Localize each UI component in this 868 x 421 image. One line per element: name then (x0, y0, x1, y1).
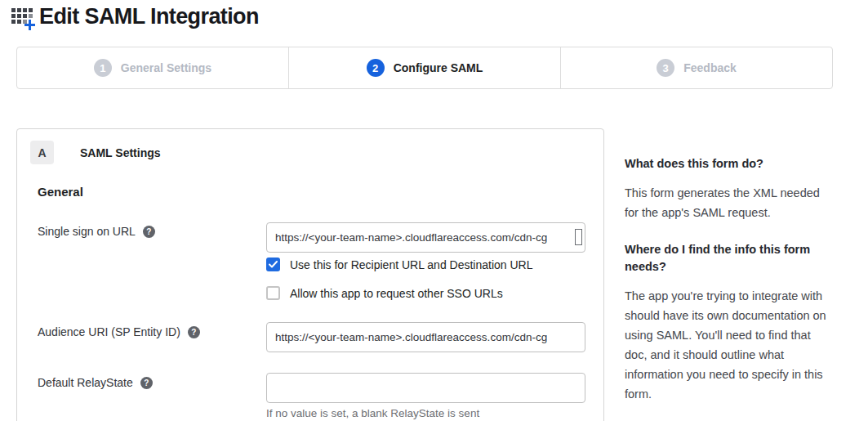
other-sso-checkbox-row[interactable]: Allow this app to request other SSO URLs (266, 286, 503, 300)
help-icon[interactable]: ? (143, 226, 155, 238)
wizard-step-general-settings[interactable]: 1 General Settings (17, 47, 288, 88)
audience-uri-input[interactable] (266, 322, 585, 352)
step-wizard: 1 General Settings 2 Configure SAML 3 Fe… (16, 47, 833, 89)
sso-url-input[interactable] (266, 222, 585, 253)
step-label: Feedback (683, 61, 737, 74)
wizard-step-configure-saml[interactable]: 2 Configure SAML (288, 47, 560, 88)
relay-state-label: Default RelayState ? (38, 376, 153, 389)
step-label: Configure SAML (394, 61, 483, 74)
step-number-badge: 1 (94, 59, 112, 77)
relay-state-hint: If no value is set, a blank RelayState i… (266, 407, 479, 419)
saml-settings-panel: A SAML Settings General Single sign on U… (16, 128, 604, 421)
sso-url-input-wrap (266, 222, 585, 253)
help-sidebar: What does this form do? This form genera… (625, 155, 830, 421)
sso-url-label: Single sign on URL ? (38, 225, 155, 238)
page-title: Edit SAML Integration (39, 4, 259, 29)
sidebar-paragraph: The app you're trying to integrate with … (625, 286, 830, 404)
recipient-url-checkbox-row[interactable]: Use this for Recipient URL and Destinati… (266, 258, 533, 271)
step-label: General Settings (121, 61, 211, 74)
help-icon[interactable]: ? (188, 326, 200, 338)
audience-uri-label: Audience URI (SP Entity ID) ? (38, 325, 200, 338)
sidebar-heading: What does this form do? (625, 155, 830, 172)
checkbox-label: Use this for Recipient URL and Destinati… (290, 258, 533, 271)
sidebar-paragraph: This form generates the XML needed for t… (625, 183, 830, 222)
audience-uri-input-wrap (266, 322, 585, 352)
step-number-badge: 3 (657, 59, 674, 77)
relay-state-input[interactable] (266, 373, 585, 403)
section-title: SAML Settings (80, 146, 161, 159)
section-badge: A (30, 141, 54, 164)
wizard-step-feedback[interactable]: 3 Feedback (560, 47, 832, 88)
checkbox-checked-icon[interactable] (266, 258, 280, 271)
checkbox-label: Allow this app to request other SSO URLs (290, 287, 503, 300)
step-number-badge: 2 (367, 59, 385, 77)
grid-plus-icon (11, 6, 36, 29)
page-header: Edit SAML Integration (11, 4, 259, 29)
section-header: A SAML Settings (30, 141, 161, 164)
group-title-general: General (38, 185, 83, 199)
relay-state-input-wrap (266, 373, 585, 403)
sidebar-heading: Where do I find the info this form needs… (625, 241, 830, 275)
help-icon[interactable]: ? (140, 377, 153, 389)
checkbox-unchecked-icon[interactable] (266, 286, 280, 300)
